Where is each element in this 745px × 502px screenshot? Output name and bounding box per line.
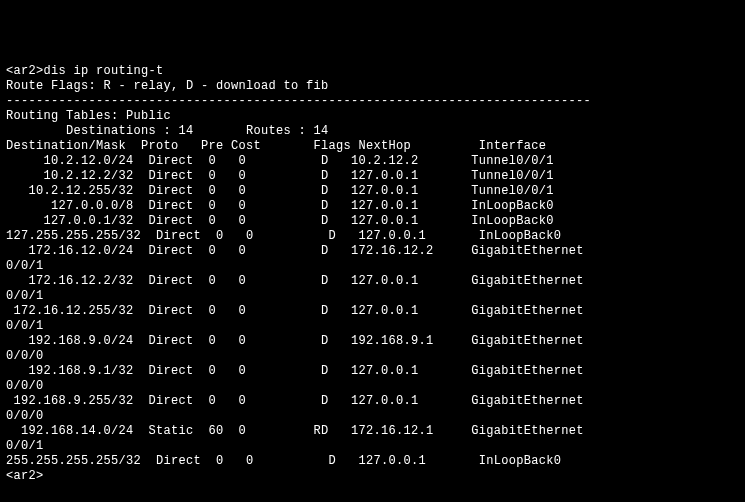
cell-nexthop: 127.0.0.1 (351, 394, 471, 408)
cell-interface: Tunnel0/0/1 (471, 169, 554, 183)
cell-cost: 0 (239, 424, 314, 438)
cell-pre: 0 (209, 199, 239, 213)
cell-destination: 10.2.12.0/24 (6, 154, 149, 168)
cell-interface: GigabitEthernet (471, 424, 584, 438)
route-row-wrap: 0/0/0 (6, 379, 739, 394)
cell-cost: 0 (239, 394, 314, 408)
cell-cost: 0 (239, 199, 314, 213)
cell-flags: D (314, 304, 352, 318)
cell-flags: D (314, 154, 352, 168)
cell-proto: Direct (149, 304, 209, 318)
routes-label: Routes : (246, 124, 314, 138)
hdr-flags: Flags (314, 139, 359, 153)
cell-destination: 127.255.255.255/32 (6, 229, 156, 243)
cell-interface: InLoopBack0 (479, 454, 562, 468)
cell-flags: D (314, 199, 352, 213)
cell-proto: Static (149, 424, 209, 438)
cell-destination: 192.168.9.1/32 (6, 364, 149, 378)
cell-flags: D (314, 184, 352, 198)
cell-interface: Tunnel0/0/1 (471, 184, 554, 198)
routes-count: 14 (314, 124, 329, 138)
cell-interface-cont: 0/0/0 (6, 379, 44, 393)
cell-nexthop: 172.16.12.1 (351, 424, 471, 438)
cell-cost: 0 (239, 304, 314, 318)
cell-cost: 0 (246, 454, 321, 468)
cell-nexthop: 127.0.0.1 (359, 454, 479, 468)
cell-interface: InLoopBack0 (471, 199, 554, 213)
cell-interface: InLoopBack0 (471, 214, 554, 228)
route-row: 192.168.9.0/24 Direct 0 0 D 192.168.9.1 … (6, 334, 739, 349)
cell-interface: GigabitEthernet (471, 364, 584, 378)
route-row: 255.255.255.255/32 Direct 0 0 D 127.0.0.… (6, 454, 739, 469)
cell-nexthop: 10.2.12.2 (351, 154, 471, 168)
cell-proto: Direct (149, 199, 209, 213)
table-title-line: Routing Tables: Public (6, 109, 739, 124)
cell-nexthop: 127.0.0.1 (351, 364, 471, 378)
route-row-wrap: 0/0/0 (6, 349, 739, 364)
counts-line: Destinations : 14 Routes : 14 (6, 124, 739, 139)
cell-interface: GigabitEthernet (471, 394, 584, 408)
cell-interface-cont: 0/0/1 (6, 259, 44, 273)
route-flags-text: Route Flags: R - relay, D - download to … (6, 79, 329, 93)
route-row: 10.2.12.2/32 Direct 0 0 D 127.0.0.1 Tunn… (6, 169, 739, 184)
cell-pre: 0 (209, 184, 239, 198)
cell-destination: 172.16.12.255/32 (6, 304, 149, 318)
cell-nexthop: 172.16.12.2 (351, 244, 471, 258)
cell-nexthop: 127.0.0.1 (351, 304, 471, 318)
cell-destination: 192.168.14.0/24 (6, 424, 149, 438)
hdr-pre: Pre (201, 139, 231, 153)
cell-destination: 10.2.12.2/32 (6, 169, 149, 183)
cell-destination: 127.0.0.1/32 (6, 214, 149, 228)
cell-proto: Direct (149, 169, 209, 183)
route-row-wrap: 0/0/1 (6, 289, 739, 304)
cell-destination: 192.168.9.0/24 (6, 334, 149, 348)
cell-cost: 0 (246, 229, 321, 243)
spacer (6, 124, 66, 138)
cell-proto: Direct (149, 394, 209, 408)
cell-cost: 0 (239, 274, 314, 288)
cell-pre: 60 (209, 424, 239, 438)
cell-flags: D (314, 364, 352, 378)
route-row: 192.168.9.255/32 Direct 0 0 D 127.0.0.1 … (6, 394, 739, 409)
cell-flags: D (314, 169, 352, 183)
prompt: <ar2> (6, 64, 44, 78)
route-flags-line: Route Flags: R - relay, D - download to … (6, 79, 739, 94)
cell-nexthop: 127.0.0.1 (351, 169, 471, 183)
header-line: Destination/Mask Proto Pre Cost Flags Ne… (6, 139, 739, 154)
route-row: 172.16.12.0/24 Direct 0 0 D 172.16.12.2 … (6, 244, 739, 259)
cell-proto: Direct (149, 274, 209, 288)
cell-cost: 0 (239, 364, 314, 378)
cell-interface: GigabitEthernet (471, 244, 584, 258)
destinations-count: 14 (179, 124, 247, 138)
divider: ----------------------------------------… (6, 94, 591, 108)
cell-pre: 0 (216, 454, 246, 468)
cell-cost: 0 (239, 154, 314, 168)
cell-flags: D (314, 334, 352, 348)
cell-cost: 0 (239, 334, 314, 348)
cell-proto: Direct (149, 154, 209, 168)
cell-interface: GigabitEthernet (471, 304, 584, 318)
cell-flags: RD (314, 424, 352, 438)
cell-pre: 0 (209, 214, 239, 228)
prompt: <ar2> (6, 469, 44, 483)
cell-flags: D (314, 244, 352, 258)
cell-destination: 172.16.12.0/24 (6, 244, 149, 258)
cell-destination: 172.16.12.2/32 (6, 274, 149, 288)
cell-flags: D (314, 394, 352, 408)
cell-interface: GigabitEthernet (471, 274, 584, 288)
cell-proto: Direct (149, 244, 209, 258)
cell-pre: 0 (209, 304, 239, 318)
cell-proto: Direct (149, 214, 209, 228)
cell-flags: D (314, 274, 352, 288)
cell-flags: D (321, 229, 359, 243)
route-row-wrap: 0/0/1 (6, 439, 739, 454)
cell-nexthop: 127.0.0.1 (351, 214, 471, 228)
cell-interface: Tunnel0/0/1 (471, 154, 554, 168)
hdr-interface: Interface (479, 139, 547, 153)
hdr-nexthop: NextHop (359, 139, 479, 153)
hdr-proto: Proto (141, 139, 201, 153)
route-row: 192.168.9.1/32 Direct 0 0 D 127.0.0.1 Gi… (6, 364, 739, 379)
cell-nexthop: 127.0.0.1 (351, 184, 471, 198)
cell-pre: 0 (209, 364, 239, 378)
cell-interface-cont: 0/0/1 (6, 319, 44, 333)
